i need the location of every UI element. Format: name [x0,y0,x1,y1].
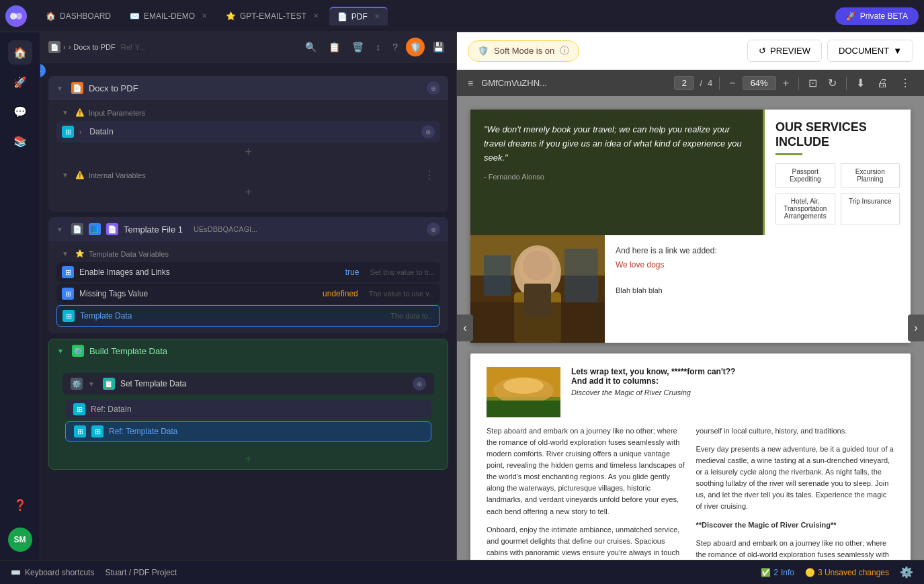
tab-dashboard[interactable]: 🏠 DASHBOARD [38,7,119,25]
soft-mode-help-icon[interactable]: ⓘ [560,45,569,57]
template-file-icon2: 📘 [89,223,101,235]
add-internal-btn[interactable]: + [56,184,440,201]
save-button[interactable]: 💾 [429,39,448,55]
flow-toolbar: 📄 › › Docx to PDF Ref Y... 🔍 📋 🗑️ ↕️ ? 🛡… [40,32,456,62]
document-button[interactable]: DOCUMENT ▼ [827,40,913,62]
svg-point-16 [503,378,544,394]
docx-title: Docx to PDF [89,83,138,93]
travel-text: And here is a link we added: We love dog… [605,235,911,343]
tab-gpt-email-test[interactable]: ⭐ GPT-EMAIL-TEST ✕ [218,7,327,25]
user-avatar[interactable]: SM [8,528,32,552]
preview-button[interactable]: ↺ PREVIEW [747,40,822,62]
love-dogs-link[interactable]: We love dogs [616,260,665,269]
zoom-in-button[interactable]: + [780,76,792,91]
sidebar-item-rocket[interactable]: 🚀 [8,70,32,94]
sidebar-item-home[interactable]: 🏠 [8,40,32,65]
flow-content: ← ▼ 📄 Docx to PDF ⊕ ▼ ⚠ [40,62,456,560]
flow-badge-1: Ref [121,43,132,51]
river-header: Lets wrap text, you know, *****form can'… [487,367,894,417]
template-data-row: ⊞ Template Data The data to... [56,305,440,327]
svg-point-10 [523,251,552,280]
services-area: OUR SERVICES INCLUDE Passport Expediting… [763,110,911,235]
tab-gpt-label: GPT-EMAIL-TEST [240,11,306,21]
tab-gpt-close[interactable]: ✕ [313,12,319,19]
river-image [487,367,560,417]
sidebar-item-layers[interactable]: 📚 [8,129,32,153]
search-button[interactable]: 🔍 [301,39,321,55]
bottom-right: ✅ 2 Info 🟡 3 Unsaved changes ⚙️ [761,566,913,579]
project-label: Stuart / PDF Project [105,568,177,577]
build-header[interactable]: ▼ ⚙️ Build Template Data [49,339,448,362]
copy-button[interactable]: 📋 [325,39,344,55]
ref-datain-label: Ref: DataIn [91,405,132,414]
sidebar-item-chat[interactable]: 💬 [8,99,32,124]
warning-icon-internal: ⚠️ [75,171,85,179]
sort-button[interactable]: ↕️ [372,39,384,55]
datain-add-btn[interactable]: ⊕ [421,125,435,138]
template-file-options[interactable]: ⊕ [427,222,440,236]
divider-2 [798,77,799,90]
delete-button[interactable]: 🗑️ [348,39,368,55]
tab-dashboard-label: DASHBOARD [60,11,111,21]
ref-template-data-row: ⊞ ⊞ Ref: Template Data [65,421,431,442]
zoom-input[interactable] [743,76,776,90]
set-template-area: ⚙️ ▼ 📋 Set Template Data ⊕ ⊞ Ref: DataIn… [49,362,448,450]
svg-rect-15 [487,401,560,417]
page1-content: "We don't merely book your travel; we ca… [470,110,911,235]
soft-mode-label: Soft Mode is on [494,46,554,56]
right-bold: **Discover the Magic of River Cruising** [696,519,895,531]
keyboard-icon: ⌨️ [11,568,21,577]
soft-mode-icon: 🛡️ [478,46,489,56]
sidebar-item-help[interactable]: ❓ [8,493,32,517]
shield-button[interactable]: 🛡️ [406,38,425,56]
print-button[interactable]: 🖨 [874,76,890,91]
services-grid: Passport Expediting Excursion Planning H… [775,163,900,224]
template-file-header[interactable]: ▼ 📄 📘 📄 Template File 1 UEsDBBQACAGl... … [48,217,448,241]
input-params-collapse: ▼ [62,109,69,116]
tab-pdf-close[interactable]: ✕ [374,13,380,20]
rotate-button[interactable]: ↻ [825,75,839,91]
flow-title: Docx to PDF [73,43,115,51]
set-template-options[interactable]: ⊕ [413,377,426,390]
tab-email-demo-close[interactable]: ✕ [202,12,207,19]
pdf-toolbar-right: ↺ PREVIEW DOCUMENT ▼ [747,40,913,62]
zoom-controls: − + [726,76,792,91]
template-file-collapse: ▼ [56,226,63,233]
refresh-icon: ↺ [759,46,766,56]
zoom-out-button[interactable]: − [726,76,738,91]
docx-options-btn[interactable]: ⊕ [427,81,440,95]
breadcrumb-chevron: › [63,43,66,51]
node-header-docx[interactable]: ▼ 📄 Docx to PDF ⊕ [48,76,448,100]
add-input-btn[interactable]: + [56,144,440,161]
private-beta-button[interactable]: 🚀 Private BETA [835,7,919,25]
pdf-content-wrapper: ‹ › "We don't merely book your travel; w… [457,96,924,560]
settings-icon[interactable]: ⚙️ [900,566,913,579]
ref-template-icon2: ⊞ [91,425,103,437]
flow-badge-2: Y... [135,43,145,51]
pdf-navbar: ≡ GMfCmVuZHN... / 4 − + ⊡ ↻ [457,70,924,96]
fit-page-button[interactable]: ⊡ [806,75,820,91]
left-connector[interactable]: ← [40,64,46,77]
more-options-button[interactable]: ⋮ [897,75,913,91]
bottom-bar: ⌨️ Keyboard shortcuts Stuart / PDF Proje… [0,560,924,584]
blah-text: Blah blah blah [616,286,900,294]
pdf-topbar: 🛡️ Soft Mode is on ⓘ ↺ PREVIEW DOCUMENT … [457,32,924,70]
pdf-left-arrow[interactable]: ‹ [457,315,473,341]
keyboard-shortcuts[interactable]: ⌨️ Keyboard shortcuts [11,568,94,577]
logo [5,5,27,27]
download-button[interactable]: ⬇ [853,75,868,91]
right-para1: yourself in local culture, history, and … [696,425,895,437]
link-text: And here is a link we added: [616,246,900,255]
internal-vars-expand[interactable]: ⋮ [424,169,435,181]
add-build-btn[interactable]: + [49,450,448,469]
tab-email-demo[interactable]: ✉️ EMAIL-DEMO ✕ [122,7,215,25]
tab-dashboard-icon: 🏠 [46,11,56,21]
left-para2: Onboard, enjoy the intimate ambiance, un… [487,524,685,560]
tab-pdf[interactable]: 📄 PDF ✕ [329,7,388,26]
help-button[interactable]: ? [388,39,402,55]
set-template-settings-icon: ⚙️ [71,378,83,390]
pdf-right-arrow[interactable]: › [908,315,924,341]
page-input[interactable] [674,76,694,90]
page-total: 4 [708,78,712,88]
hamburger-icon[interactable]: ≡ [468,78,473,89]
